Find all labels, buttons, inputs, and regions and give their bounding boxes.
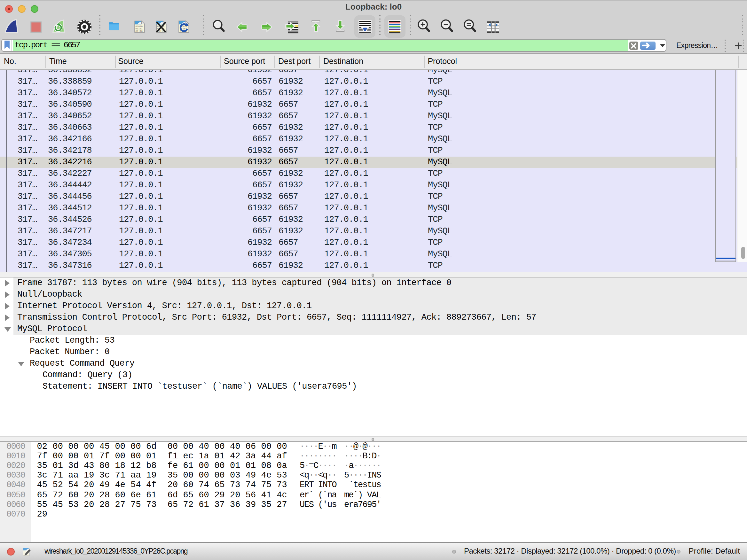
svg-text:01110: 01110	[135, 30, 143, 33]
